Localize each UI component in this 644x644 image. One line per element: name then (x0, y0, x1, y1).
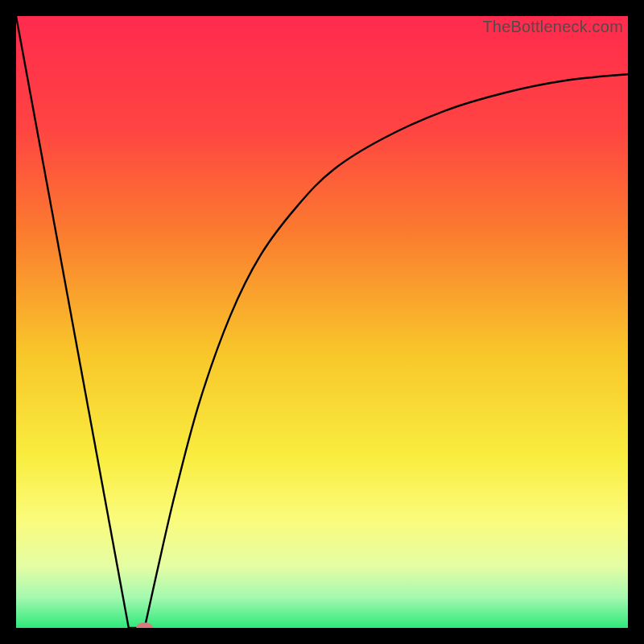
watermark-text: TheBottleneck.com (482, 18, 623, 36)
chart-frame: TheBottleneck.com (16, 16, 628, 628)
gradient-background (16, 16, 628, 628)
bottleneck-chart (16, 16, 628, 628)
